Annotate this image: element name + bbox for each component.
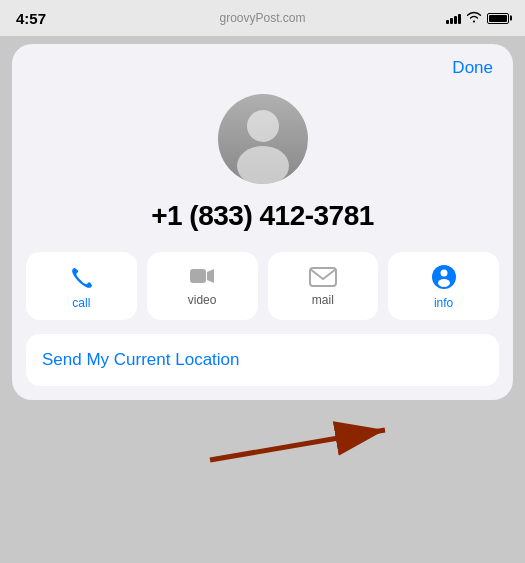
svg-rect-2 xyxy=(190,269,206,283)
svg-point-6 xyxy=(440,270,447,277)
mail-button[interactable]: mail xyxy=(268,252,379,320)
svg-line-9 xyxy=(210,430,385,460)
actions-row: call video mail info xyxy=(12,252,513,334)
call-label: call xyxy=(72,296,90,310)
video-button[interactable]: video xyxy=(147,252,258,320)
status-time: 4:57 xyxy=(16,10,46,27)
phone-number: +1 (833) 412-3781 xyxy=(12,200,513,252)
mail-icon xyxy=(309,267,337,287)
send-location-label: Send My Current Location xyxy=(42,350,240,369)
person-circle-icon xyxy=(431,264,457,290)
call-button[interactable]: call xyxy=(26,252,137,320)
info-button[interactable]: info xyxy=(388,252,499,320)
svg-rect-4 xyxy=(310,268,336,286)
done-row: Done xyxy=(12,44,513,84)
mail-label: mail xyxy=(312,293,334,307)
phone-icon xyxy=(68,264,94,290)
status-bar: 4:57 groovyPost.com xyxy=(0,0,525,36)
svg-point-7 xyxy=(438,279,450,287)
wifi-icon xyxy=(466,9,482,27)
signal-icon xyxy=(446,12,461,24)
done-button[interactable]: Done xyxy=(452,58,493,78)
person-silhouette xyxy=(218,94,308,184)
send-location-button[interactable]: Send My Current Location xyxy=(26,334,499,386)
video-label: video xyxy=(188,293,217,307)
battery-icon xyxy=(487,13,509,24)
svg-point-1 xyxy=(237,146,289,184)
info-label: info xyxy=(434,296,453,310)
status-website: groovyPost.com xyxy=(219,11,305,25)
status-icons xyxy=(446,9,509,27)
avatar xyxy=(218,94,308,184)
svg-point-0 xyxy=(247,110,279,142)
video-icon xyxy=(189,267,215,287)
svg-marker-3 xyxy=(207,269,214,283)
avatar-section xyxy=(12,84,513,200)
contact-card: Done +1 (833) 412-3781 call xyxy=(12,44,513,400)
